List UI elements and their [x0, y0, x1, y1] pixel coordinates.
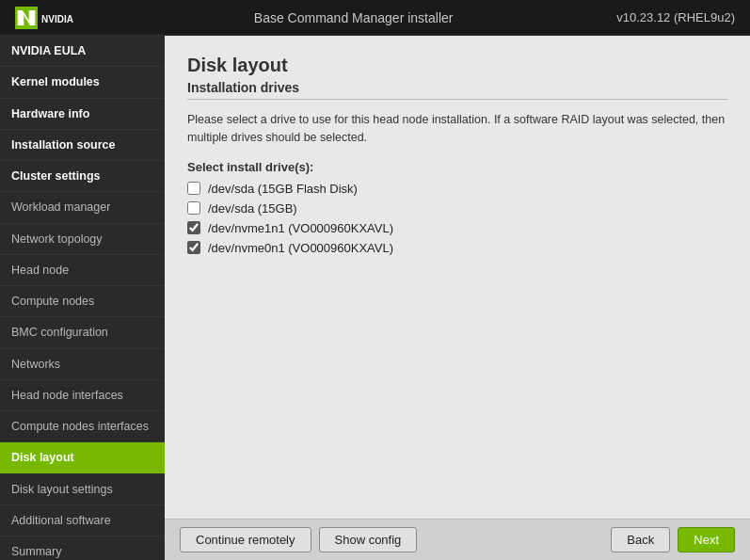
drive-label-nvme0n1: /dev/nvme0n1 (VO000960KXAVL): [208, 241, 393, 255]
drive-list: /dev/sda (15GB Flash Disk)/dev/sda (15GB…: [187, 182, 727, 255]
header-title: Base Command Manager installer: [254, 10, 454, 25]
sidebar-item-network-topology[interactable]: Network topology: [0, 224, 165, 255]
footer: Continue remotely Show config Back Next: [165, 519, 750, 560]
select-label: Select install drive(s):: [187, 160, 727, 174]
drive-label-sda: /dev/sda (15GB): [208, 201, 297, 216]
sidebar: NVIDIA EULAKernel modulesHardware infoIn…: [0, 36, 165, 560]
sidebar-item-cluster-settings[interactable]: Cluster settings: [0, 161, 165, 192]
sidebar-item-disk-layout-settings[interactable]: Disk layout settings: [0, 474, 165, 505]
sidebar-item-installation-source[interactable]: Installation source: [0, 130, 165, 161]
next-button[interactable]: Next: [678, 527, 735, 552]
drive-checkbox-nvme1n1[interactable]: [187, 221, 200, 234]
drive-label-nvme1n1: /dev/nvme1n1 (VO000960KXAVL): [208, 221, 393, 235]
sidebar-item-head-node[interactable]: Head node: [0, 255, 165, 286]
header: NVIDIA Base Command Manager installer v1…: [0, 0, 750, 36]
section-title: Installation drives: [187, 80, 727, 100]
content-inner: Disk layout Installation drives Please s…: [165, 36, 750, 519]
sidebar-item-disk-layout[interactable]: Disk layout: [0, 442, 165, 473]
content-area: Disk layout Installation drives Please s…: [165, 36, 750, 560]
sidebar-item-summary[interactable]: Summary: [0, 536, 165, 560]
nvidia-logo-icon: NVIDIA: [15, 7, 90, 29]
description-text: Please select a drive to use for this he…: [187, 111, 727, 147]
drive-label-sda-flash: /dev/sda (15GB Flash Disk): [208, 182, 358, 196]
drive-item-sda-flash: /dev/sda (15GB Flash Disk): [187, 182, 727, 196]
continue-remotely-button[interactable]: Continue remotely: [180, 527, 311, 552]
drive-item-nvme1n1: /dev/nvme1n1 (VO000960KXAVL): [187, 221, 727, 235]
sidebar-item-workload-manager[interactable]: Workload manager: [0, 192, 165, 223]
header-version: v10.23.12 (RHEL9u2): [616, 10, 735, 24]
page-title: Disk layout: [187, 55, 727, 76]
drive-item-sda: /dev/sda (15GB): [187, 201, 727, 216]
drive-item-nvme0n1: /dev/nvme0n1 (VO000960KXAVL): [187, 241, 727, 255]
sidebar-item-networks[interactable]: Networks: [0, 349, 165, 380]
sidebar-item-compute-nodes-interfaces[interactable]: Compute nodes interfaces: [0, 411, 165, 442]
sidebar-item-head-node-interfaces[interactable]: Head node interfaces: [0, 380, 165, 411]
show-config-button[interactable]: Show config: [319, 527, 418, 552]
drive-checkbox-nvme0n1[interactable]: [187, 241, 200, 254]
sidebar-item-nvidia-eula[interactable]: NVIDIA EULA: [0, 36, 165, 67]
sidebar-item-additional-software[interactable]: Additional software: [0, 505, 165, 536]
svg-text:NVIDIA: NVIDIA: [41, 14, 73, 24]
sidebar-item-compute-nodes[interactable]: Compute nodes: [0, 286, 165, 317]
logo-area: NVIDIA: [15, 7, 90, 29]
main-layout: NVIDIA EULAKernel modulesHardware infoIn…: [0, 36, 750, 560]
sidebar-item-bmc-configuration[interactable]: BMC configuration: [0, 317, 165, 348]
sidebar-item-hardware-info[interactable]: Hardware info: [0, 99, 165, 130]
drive-checkbox-sda-flash[interactable]: [187, 182, 200, 195]
drive-checkbox-sda[interactable]: [187, 201, 200, 215]
back-button[interactable]: Back: [611, 527, 670, 552]
sidebar-item-kernel-modules[interactable]: Kernel modules: [0, 67, 165, 98]
